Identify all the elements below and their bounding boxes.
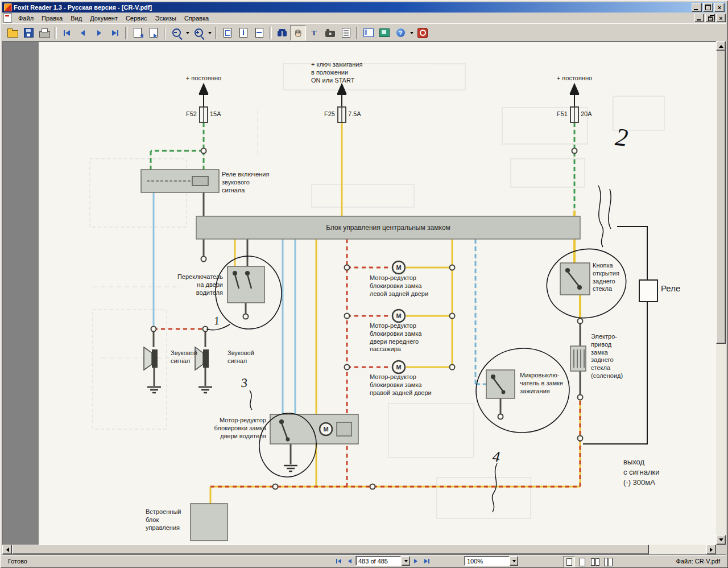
continuous-facing-icon <box>604 558 608 566</box>
typewriter-button[interactable] <box>338 25 354 40</box>
single-page-view-button[interactable] <box>563 556 575 567</box>
scroll-left-button[interactable] <box>2 545 12 554</box>
dropdown-arrow-icon <box>512 560 516 564</box>
prev-view-button[interactable] <box>130 25 146 40</box>
zoom-out-dropdown[interactable] <box>184 26 191 40</box>
menu-document[interactable]: Документ <box>86 14 122 23</box>
fullscreen-button[interactable] <box>377 25 392 40</box>
binoculars-icon <box>278 31 282 36</box>
menu-view[interactable]: Вид <box>67 14 86 23</box>
maximize-button[interactable] <box>703 3 713 12</box>
dropdown-arrow-icon <box>186 32 189 36</box>
menu-file[interactable]: Файл <box>14 14 38 23</box>
continuous-page-icon <box>580 558 585 566</box>
svg-text:M: M <box>323 426 328 433</box>
prev-page-icon <box>346 558 353 565</box>
fit-width-button[interactable] <box>251 25 267 40</box>
exit-button[interactable] <box>415 25 431 40</box>
exit-icon <box>417 28 428 38</box>
menu-help[interactable]: Справка <box>180 14 213 23</box>
help-dropdown[interactable] <box>408 26 415 40</box>
status-last-page-button[interactable] <box>421 556 432 566</box>
label-rear-window-button: Кнопка открытия заднего стекла <box>593 262 619 293</box>
floppy-disk-icon <box>24 28 34 38</box>
text-select-icon: T <box>312 28 317 38</box>
minimize-button[interactable] <box>692 3 702 12</box>
dropdown-arrow-icon <box>410 32 413 36</box>
horizontal-scrollbar[interactable] <box>2 545 716 554</box>
continuous-view-button[interactable] <box>576 556 588 567</box>
page-number-input[interactable]: 483 of 485 <box>355 556 401 566</box>
dropdown-arrow-icon <box>208 32 212 36</box>
zoom-in-button[interactable] <box>191 25 206 40</box>
fit-width-icon <box>255 28 263 38</box>
help-button[interactable]: ? <box>392 25 408 40</box>
toolbar: T ? <box>2 23 726 42</box>
next-page-button[interactable] <box>91 25 107 40</box>
first-page-icon <box>63 28 72 38</box>
label-alarm-output: выход с сигналки (-) 300мА <box>623 457 660 488</box>
label-motor-driver-door: Мотор-редуктор блокировки замка двери во… <box>199 417 266 440</box>
vertical-scroll-thumb[interactable] <box>716 51 726 344</box>
zoom-in-icon <box>195 28 203 37</box>
prev-page-button[interactable] <box>75 25 91 40</box>
first-page-icon <box>336 558 342 565</box>
status-prev-page-button[interactable] <box>344 556 355 566</box>
print-button[interactable] <box>36 25 52 40</box>
title-bar: Foxit Reader 1.3 - Русская версия - [CR-… <box>2 2 726 13</box>
close-button[interactable]: × <box>714 3 725 12</box>
rear-window-button-box <box>560 263 590 295</box>
zoom-dropdown[interactable] <box>510 556 518 566</box>
doc-restore-button[interactable] <box>705 14 715 22</box>
select-text-button[interactable]: T <box>306 25 322 40</box>
open-button[interactable] <box>5 25 20 40</box>
hand-tool-button[interactable] <box>290 25 306 40</box>
svg-text:M: M <box>396 312 401 319</box>
label-motor-right-rear: Мотор-редуктор блокировки замка правой з… <box>370 373 432 397</box>
actual-size-button[interactable] <box>220 25 235 40</box>
menu-sketches[interactable]: Эскизы <box>151 14 180 23</box>
menu-tools[interactable]: Сервис <box>122 14 151 23</box>
solenoid-box <box>570 346 586 371</box>
open-folder-icon <box>7 30 18 38</box>
toolbar-separator <box>164 27 166 39</box>
zoom-in-dropdown[interactable] <box>206 26 213 40</box>
scroll-down-button[interactable] <box>716 535 726 545</box>
page-number-dropdown[interactable] <box>402 556 410 566</box>
facing-view-button[interactable] <box>589 556 601 567</box>
label-motor-front-passenger: Мотор-редуктор блокировки замка двери пе… <box>370 322 421 353</box>
horizontal-scroll-thumb[interactable] <box>12 545 649 554</box>
label-relay-annotation: Реле <box>661 283 680 294</box>
maximize-icon <box>705 5 711 10</box>
continuous-facing-view-button[interactable] <box>602 556 614 567</box>
left-arrow-icon <box>4 548 9 552</box>
status-first-page-button[interactable] <box>333 556 344 566</box>
save-button[interactable] <box>20 25 36 40</box>
label-rear-window-solenoid: Электро- привод замка заднего стекла (со… <box>591 333 623 380</box>
label-supply-right: + постоянно <box>545 75 604 83</box>
status-next-page-button[interactable] <box>410 556 421 566</box>
right-arrow-icon <box>710 548 715 552</box>
thumbnails-button[interactable] <box>361 25 377 40</box>
blue-dashed-wire <box>475 239 486 384</box>
scroll-up-button[interactable] <box>716 41 726 51</box>
next-view-button[interactable] <box>146 25 162 40</box>
scrollbar-corner <box>716 545 726 554</box>
doc-close-button[interactable]: × <box>716 14 726 22</box>
facing-pages-icon <box>595 558 599 566</box>
svg-text:M: M <box>396 364 401 371</box>
find-button[interactable] <box>274 25 290 40</box>
menu-edit[interactable]: Правка <box>38 14 67 23</box>
doc-minimize-button[interactable] <box>694 14 704 22</box>
fit-page-button[interactable] <box>235 25 251 40</box>
scroll-right-button[interactable] <box>706 545 716 554</box>
zoom-out-button[interactable] <box>168 25 184 40</box>
zoom-input[interactable]: 100% <box>464 556 510 566</box>
last-page-button[interactable] <box>107 25 123 40</box>
first-page-button[interactable] <box>59 25 75 40</box>
vertical-scrollbar[interactable] <box>716 41 726 545</box>
snapshot-button[interactable] <box>322 25 338 40</box>
label-fuse-f52-rating: 15A <box>210 110 221 118</box>
actual-size-icon <box>224 28 231 38</box>
label-central-lock-unit: Блок управления центральным замком <box>196 224 580 232</box>
